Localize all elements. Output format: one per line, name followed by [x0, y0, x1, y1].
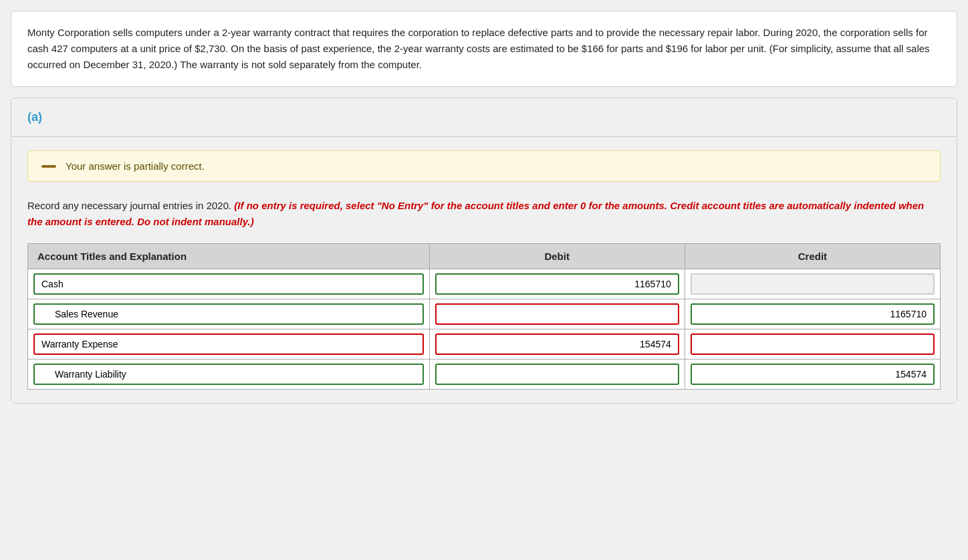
section-a-header: (a)	[11, 98, 957, 137]
table-header-row: Account Titles and Explanation Debit Cre…	[28, 244, 941, 269]
debit-input-0[interactable]	[435, 273, 679, 295]
section-a-label: (a)	[27, 110, 42, 124]
credit-input-2[interactable]	[691, 333, 935, 355]
header-account: Account Titles and Explanation	[28, 244, 430, 269]
table-row	[28, 269, 941, 299]
table-row	[28, 299, 941, 329]
problem-statement: Monty Corporation sells computers under …	[11, 11, 957, 87]
header-credit: Credit	[685, 244, 940, 269]
debit-input-3[interactable]	[435, 364, 679, 385]
section-a: (a) Your answer is partially correct. Re…	[11, 98, 957, 404]
account-input-1[interactable]	[33, 303, 424, 325]
credit-input-0[interactable]	[691, 273, 935, 295]
banner-dash-icon	[41, 165, 56, 168]
header-debit: Debit	[429, 244, 685, 269]
credit-input-3[interactable]	[691, 364, 935, 385]
account-input-2[interactable]	[33, 333, 424, 355]
partial-correct-banner: Your answer is partially correct.	[27, 150, 941, 182]
banner-text: Your answer is partially correct.	[66, 160, 205, 172]
instruction-text: Record any necessary journal entries in …	[27, 198, 941, 230]
table-row	[28, 329, 941, 360]
problem-text: Monty Corporation sells computers under …	[27, 27, 930, 70]
credit-input-1[interactable]	[691, 303, 935, 325]
instruction-prefix: Record any necessary journal entries in …	[27, 200, 231, 211]
debit-input-2[interactable]	[435, 333, 679, 355]
journal-table: Account Titles and Explanation Debit Cre…	[27, 243, 941, 390]
section-a-body: Your answer is partially correct. Record…	[11, 137, 957, 403]
account-input-3[interactable]	[33, 364, 424, 385]
table-row	[28, 360, 941, 390]
account-input-0[interactable]	[33, 273, 424, 295]
debit-input-1[interactable]	[435, 303, 679, 325]
